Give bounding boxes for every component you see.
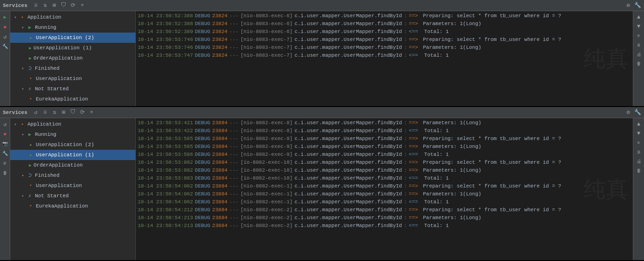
log-sep: --- [229, 167, 239, 174]
bottom-toolbar-5[interactable]: ⟳ [79, 109, 86, 116]
settings-icon-bottom[interactable]: ⚙ [624, 109, 632, 116]
delete-icon-b[interactable]: 🗑 [635, 167, 643, 175]
bottom-toolbar-2[interactable]: ⇅ [51, 109, 58, 116]
wrench-icon-top[interactable]: 🔧 [634, 2, 641, 9]
log-level: DEBUG [195, 127, 210, 135]
tree-item-finished-b[interactable]: ▾ Ↄ Finished [10, 170, 135, 181]
tree-item-application[interactable]: ▾ ▪ Application [10, 12, 135, 22]
tree-item-order-app[interactable]: ▶ OrderApplication [10, 53, 135, 63]
list-icon-2[interactable]: ≣ [635, 41, 643, 49]
list-icon-1[interactable]: ≡ [635, 32, 643, 40]
tree-item-user-app-fin-b[interactable]: ▪ UserApplication [10, 181, 135, 191]
log-class: c.i.user.mapper.UserMapper.findById [295, 28, 402, 36]
log-arrow: ==> [409, 135, 418, 143]
arrow-not-started-b: ▾ [20, 193, 26, 199]
tree-item-not-started-b[interactable]: ▾ ✗ Not Started [10, 191, 135, 201]
wrench-icon-bottom[interactable]: 🔧 [634, 109, 641, 116]
scroll-down-icon-b[interactable]: ▼ [635, 129, 643, 138]
tree-item-not-started[interactable]: ▾ ✗ Not Started [10, 84, 135, 94]
log-line: 10-14 23:50:53:882DEBUG23884---[io-8082-… [138, 167, 631, 174]
delete-icon[interactable]: 🗑 [635, 60, 643, 68]
toolbar-icon-6[interactable]: + [79, 2, 86, 9]
log-time: 10-14 23:50:53:883 [138, 174, 193, 182]
log-arrow: <== [409, 222, 418, 230]
log-channel: [nio-8083-exec-7] [241, 44, 293, 52]
log-colon: : [404, 143, 407, 151]
finished-icon-b: Ↄ [26, 172, 34, 179]
log-colon: : [404, 20, 407, 28]
settings-icon-top[interactable]: ⚙ [624, 2, 632, 9]
gear-left-icon[interactable]: ⚙ [1, 159, 9, 167]
bottom-toolbar-refresh[interactable]: ↺ [32, 109, 40, 116]
list-icon-b2[interactable]: ≣ [635, 148, 643, 156]
tree-item-user-app-1[interactable]: ▶ UserApplication (1) [10, 43, 135, 53]
log-message: Total: 1 [418, 198, 449, 206]
tree-item-user-app-2-b[interactable]: ● UserApplication (2) [10, 140, 135, 150]
log-line: 10-14 23:50:52:388DEBUG23824---[nio-8083… [138, 12, 631, 20]
tree-item-eureka-b[interactable]: ▪ EurekaApplication [10, 201, 135, 211]
log-sep: --- [229, 28, 239, 36]
log-area-top[interactable]: 纯真 10-14 23:50:52:388DEBUG23824---[nio-8… [136, 11, 633, 106]
scroll-up-icon-b[interactable]: ▲ [635, 120, 643, 128]
print-icon[interactable]: 🖨 [635, 50, 643, 59]
tree-item-user-app-2[interactable]: ● UserApplication (2) [10, 33, 135, 43]
wrench-left-icon[interactable]: 🔧 [1, 149, 9, 158]
camera-icon[interactable]: 📷 [1, 140, 9, 148]
log-class: c.i.user.mapper.UserMapper.findById [295, 52, 402, 60]
toolbar-icon-1[interactable]: ≡ [32, 2, 40, 9]
wrench-side-icon[interactable]: 🔧 [1, 42, 9, 51]
toolbar-icon-2[interactable]: ⇅ [41, 2, 49, 9]
user-app-1-label: UserApplication (1) [34, 45, 92, 51]
bottom-toolbar-3[interactable]: ⊞ [60, 109, 67, 116]
tree-item-running-b[interactable]: ▾ ▶ Running [10, 129, 135, 140]
bottom-toolbar-4[interactable]: ⛉ [69, 109, 77, 116]
log-channel: [nio-8082-exec-9] [241, 143, 293, 151]
log-wrapper-bottom: 纯真 10-14 23:50:53:421DEBUG23884---[nio-8… [136, 118, 644, 260]
run-icon[interactable]: ▶ [1, 13, 9, 21]
tree-item-finished[interactable]: ▾ Ↄ Finished [10, 63, 135, 74]
log-level: DEBUG [195, 174, 210, 182]
log-channel: [nio-8083-exec-7] [241, 52, 293, 60]
tree-item-user-app-fin[interactable]: ▪ UserApplication [10, 74, 135, 84]
log-colon: : [404, 151, 407, 159]
log-colon: : [404, 222, 407, 230]
refresh-left-icon[interactable]: ↺ [1, 120, 9, 128]
refresh-icon[interactable]: ↺ [1, 33, 9, 41]
log-message: Total: 1 [418, 151, 449, 159]
toolbar-icon-4[interactable]: ⛉ [60, 2, 67, 9]
scroll-up-icon[interactable]: ▲ [635, 13, 643, 21]
log-class: c.i.user.mapper.UserMapper.findById [295, 119, 402, 127]
stop-left-icon[interactable]: ■ [1, 130, 9, 138]
services-sidebar-top: ▾ ▪ Application ▾ ▶ Running ● UserApplic… [10, 11, 136, 106]
services-panel-top: Services ≡ ⇅ ⊞ ⛉ ⟳ + ⚙ 🔧 ▶ ■ ↺ 🔧 ▾ ▪ App… [0, 0, 644, 107]
log-message: Total: 1 [418, 28, 449, 36]
app-small-icon: ▪ [27, 75, 34, 82]
log-channel: [nio-8082-exec-2] [241, 214, 293, 222]
log-class: c.i.user.mapper.UserMapper.findById [295, 159, 402, 167]
tree-item-order-app-b[interactable]: ▶ OrderApplication [10, 160, 135, 170]
tree-item-application-b[interactable]: ▾ ▪ Application [10, 119, 135, 129]
print-icon-b[interactable]: 🖨 [635, 157, 643, 166]
log-arrow: ==> [409, 44, 418, 52]
bottom-toolbar-6[interactable]: + [88, 109, 95, 116]
log-level: DEBUG [195, 182, 210, 190]
tree-item-eureka[interactable]: ▪ EurekaApplication [10, 94, 135, 104]
log-level: DEBUG [195, 36, 210, 44]
services-sidebar-bottom: ▾ ▪ Application ▾ ▶ Running ● UserApplic… [10, 118, 136, 260]
run-group-icon-b: ▶ [26, 131, 34, 138]
list-icon-b1[interactable]: ≡ [635, 139, 643, 147]
tree-item-running[interactable]: ▾ ▶ Running [10, 22, 135, 33]
running-label: Running [35, 25, 56, 30]
log-arrow: <== [409, 52, 418, 60]
finished-label: Finished [35, 66, 60, 71]
scroll-down-icon[interactable]: ▼ [635, 22, 643, 31]
stop-icon[interactable]: ■ [1, 23, 9, 31]
tree-item-user-app-1-b[interactable]: ● UserApplication (1) [10, 150, 135, 160]
trash-left-icon[interactable]: 🗑 [1, 169, 9, 177]
log-area-bottom[interactable]: 纯真 10-14 23:50:53:421DEBUG23884---[nio-8… [136, 118, 633, 260]
log-message: Parameters: 1(Long) [420, 190, 481, 198]
toolbar-icon-5[interactable]: ⟳ [69, 2, 77, 9]
bottom-toolbar-1[interactable]: ≡ [41, 109, 49, 116]
log-line: 10-14 23:50:53:883DEBUG23884---[io-8082-… [138, 174, 631, 182]
toolbar-icon-3[interactable]: ⊞ [51, 2, 58, 9]
